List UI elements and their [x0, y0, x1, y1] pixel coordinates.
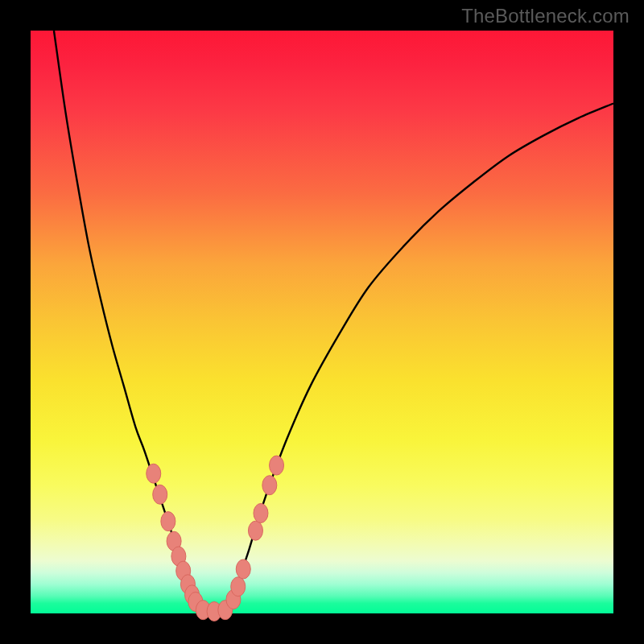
marker-layer: [147, 456, 284, 621]
watermark-text: TheBottleneck.com: [461, 5, 630, 27]
chart-frame: TheBottleneck.com: [0, 0, 644, 644]
data-marker: [270, 456, 284, 475]
data-marker: [231, 577, 246, 597]
data-marker: [254, 503, 268, 522]
data-marker: [153, 485, 167, 504]
data-marker: [161, 512, 175, 531]
curve-layer: [54, 31, 613, 613]
chart-svg: [31, 31, 613, 613]
data-marker: [236, 559, 250, 579]
data-marker: [147, 464, 161, 483]
data-marker: [248, 521, 262, 540]
bottleneck-curve: [54, 31, 613, 613]
data-marker: [262, 476, 277, 495]
